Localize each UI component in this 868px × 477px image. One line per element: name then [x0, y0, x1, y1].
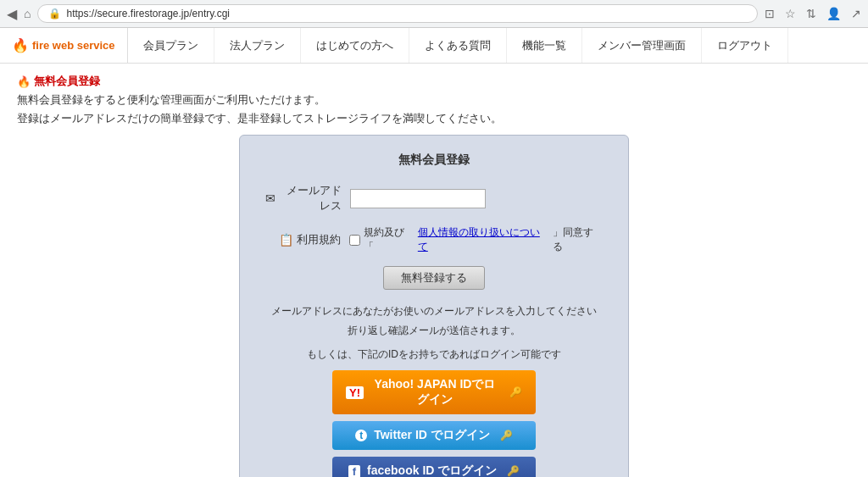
nav-item-logout[interactable]: ログアウト: [702, 28, 788, 63]
browser-actions: ⊡ ☆ ⇅ 👤 ↗: [765, 7, 861, 20]
nav-item-faq[interactable]: よくある質問: [409, 28, 507, 63]
yahoo-btn-label: Yahoo! JAPAN IDでログイン: [370, 377, 499, 408]
modal-container: 無料会員登録 ✉ メールアドレス 📋 利用規約 規約及び「個人情報の取り扱いにつ…: [17, 135, 851, 477]
registration-modal: 無料会員登録 ✉ メールアドレス 📋 利用規約 規約及び「個人情報の取り扱いにつ…: [239, 135, 629, 477]
nav-item-features[interactable]: 機能一覧: [507, 28, 582, 63]
page-desc2: 登録はメールアドレスだけの簡単登録です、是非登録してストレージライフを満喫してく…: [17, 111, 851, 126]
twitter-key-icon: 🔑: [500, 430, 513, 441]
yahoo-icon: Y!: [346, 386, 364, 399]
browser-chrome: ◀ ⌂ 🔒 https://secure.firestorage.jp/entr…: [0, 0, 868, 28]
modal-title: 無料会員登録: [265, 153, 603, 168]
submit-button[interactable]: 無料登録する: [383, 266, 485, 290]
nav-item-membership[interactable]: 会員プラン: [128, 28, 214, 63]
terms-checkbox-row: 規約及び「個人情報の取り扱いについて」同意する: [349, 225, 603, 254]
page-content: 🔥 無料会員登録 無料会員登録をすると便利な管理画面がご利用いただけます。 登録…: [0, 64, 868, 477]
nav-item-beginners[interactable]: はじめての方へ: [301, 28, 409, 63]
twitter-login-button[interactable]: t Twitter ID でログイン 🔑: [332, 421, 536, 450]
nav-bar: 🔥 fire web service 会員プラン 法人プラン はじめての方へ よ…: [0, 28, 868, 64]
email-icon: ✉: [265, 191, 275, 205]
facebook-login-button[interactable]: f facebook ID でログイン 🔑: [332, 457, 536, 477]
facebook-btn-label: facebook ID でログイン: [367, 463, 497, 477]
page-title-link[interactable]: 🔥 無料会員登録: [17, 74, 851, 89]
yahoo-key-icon: 🔑: [509, 386, 522, 398]
back-button[interactable]: ◀: [7, 6, 17, 22]
twitter-icon: t: [355, 430, 367, 441]
logo-text: fire web service: [32, 39, 115, 52]
terms-row: 📋 利用規約 規約及び「個人情報の取り扱いについて」同意する: [265, 225, 603, 254]
yahoo-login-button[interactable]: Y! Yahoo! JAPAN IDでログイン 🔑: [332, 370, 536, 414]
terms-icon: 📋: [279, 233, 293, 247]
browser-toolbar: ◀ ⌂ 🔒 https://secure.firestorage.jp/entr…: [0, 0, 868, 27]
terms-checkbox[interactable]: [349, 235, 360, 246]
page-title-icon: 🔥: [17, 75, 31, 88]
home-button[interactable]: ⌂: [24, 7, 31, 20]
duplicate-icon[interactable]: ⊡: [765, 7, 775, 20]
terms-label: 📋 利用規約: [265, 232, 341, 247]
nav-item-member-admin[interactable]: メンバー管理画面: [582, 28, 702, 63]
page-desc1: 無料会員登録をすると便利な管理画面がご利用いただけます。: [17, 92, 851, 108]
twitter-btn-label: Twitter ID でログイン: [374, 428, 490, 443]
share-icon[interactable]: ⇅: [806, 7, 816, 20]
divider-text: もしくは、下記のIDをお持ちであればログイン可能です: [265, 347, 603, 362]
bookmark-icon[interactable]: ☆: [785, 7, 796, 20]
email-row: ✉ メールアドレス: [265, 183, 603, 214]
nav-item-corporate[interactable]: 法人プラン: [214, 28, 301, 63]
email-input[interactable]: [350, 189, 486, 208]
address-bar[interactable]: 🔒 https://secure.firestorage.jp/entry.cg…: [37, 4, 758, 23]
lock-icon: 🔒: [48, 8, 61, 19]
page-title: 無料会員登録: [34, 74, 100, 89]
nav-menu: 会員プラン 法人プラン はじめての方へ よくある質問 機能一覧 メンバー管理画面…: [128, 28, 788, 63]
url-text: https://secure.firestorage.jp/entry.cgi: [66, 8, 230, 19]
facebook-key-icon: 🔑: [507, 465, 520, 477]
terms-text-prefix: 規約及び「: [364, 225, 415, 254]
email-label: ✉ メールアドレス: [265, 183, 342, 214]
info-line2: 折り返し確認メールが送信されます。: [265, 323, 603, 339]
facebook-icon: f: [348, 465, 360, 477]
submit-row: 無料登録する: [265, 266, 603, 290]
account-icon[interactable]: 👤: [826, 7, 841, 20]
terms-link[interactable]: 個人情報の取り扱いについて: [418, 225, 549, 254]
nav-logo[interactable]: 🔥 fire web service: [0, 28, 128, 63]
menu-icon[interactable]: ↗: [851, 7, 861, 20]
page-header: 🔥 無料会員登録 無料会員登録をすると便利な管理画面がご利用いただけます。 登録…: [17, 74, 851, 126]
info-line1: メールアドレスにあなたがお使いのメールアドレスを入力してください: [265, 303, 603, 319]
fire-icon: 🔥: [12, 37, 29, 53]
terms-text-suffix: 」同意する: [553, 225, 604, 254]
